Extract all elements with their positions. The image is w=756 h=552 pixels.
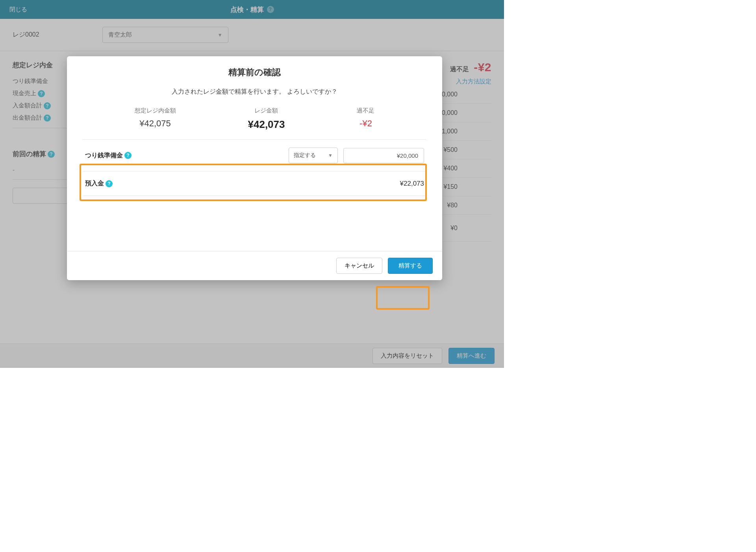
cancel-button[interactable]: キャンセル: [336, 258, 382, 274]
stat-excess-value: -¥2: [357, 118, 374, 129]
deposit-label: 預入金 ?: [85, 179, 113, 188]
chevron-down-icon: ▼: [328, 153, 333, 158]
modal-message: 入力されたレジ金額で精算を行います。 よろしいですか？: [83, 88, 426, 96]
stat-excess-label: 過不足: [357, 107, 374, 114]
modal-stats: 想定レジ内金額 ¥42,075 レジ金額 ¥42,073 過不足 -¥2: [83, 107, 426, 131]
stat-expected-label: 想定レジ内金額: [135, 107, 176, 114]
help-icon[interactable]: ?: [106, 180, 113, 187]
stat-register-value: ¥42,073: [248, 118, 285, 131]
modal-deposit-row: 預入金 ? ¥22,073: [83, 172, 426, 196]
change-fund-input[interactable]: [343, 148, 424, 163]
confirm-modal: 精算前の確認 入力されたレジ金額で精算を行います。 よろしいですか？ 想定レジ内…: [67, 56, 442, 280]
deposit-value: ¥22,073: [400, 180, 424, 188]
stat-register-label: レジ金額: [248, 107, 285, 114]
modal-change-fund-row: つり銭準備金 ? 指定する ▼: [83, 139, 426, 172]
change-fund-label: つり銭準備金 ?: [85, 151, 132, 160]
stat-expected-value: ¥42,075: [135, 118, 176, 129]
modal-footer: キャンセル 精算する: [67, 251, 442, 280]
change-fund-select[interactable]: 指定する ▼: [289, 148, 338, 163]
help-icon[interactable]: ?: [124, 152, 132, 159]
modal-title: 精算前の確認: [83, 66, 426, 78]
confirm-settlement-button[interactable]: 精算する: [388, 258, 433, 274]
